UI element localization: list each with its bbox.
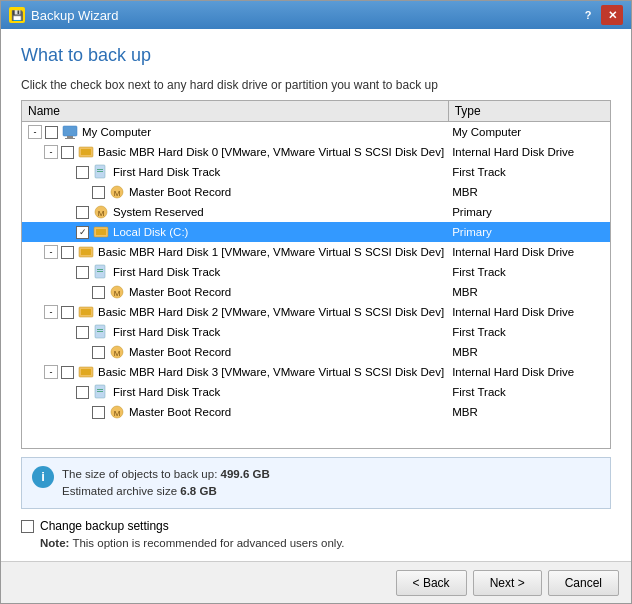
cancel-button[interactable]: Cancel <box>548 570 619 596</box>
type-cell: First Track <box>448 262 610 282</box>
table-row[interactable]: MMaster Boot RecordMBR <box>22 282 610 302</box>
archive-label: Estimated archive size <box>62 485 180 497</box>
table-row[interactable]: Local Disk (C:)Primary <box>22 222 610 242</box>
node-label: First Hard Disk Track <box>113 386 220 398</box>
table-row[interactable]: First Hard Disk TrackFirst Track <box>22 322 610 342</box>
table-row[interactable]: First Hard Disk TrackFirst Track <box>22 262 610 282</box>
node-icon <box>93 224 109 240</box>
table-row[interactable]: MMaster Boot RecordMBR <box>22 402 610 422</box>
node-icon <box>78 364 94 380</box>
app-icon: 💾 <box>9 7 25 23</box>
node-label: Master Boot Record <box>129 186 231 198</box>
row-checkbox[interactable] <box>76 166 89 179</box>
svg-text:M: M <box>98 209 105 218</box>
node-label: First Hard Disk Track <box>113 266 220 278</box>
expand-button[interactable]: - <box>44 245 58 259</box>
name-cell: -Basic MBR Hard Disk 0 [VMware, VMware V… <box>26 144 444 160</box>
table-row[interactable]: -Basic MBR Hard Disk 3 [VMware, VMware V… <box>22 362 610 382</box>
node-icon <box>78 244 94 260</box>
svg-rect-1 <box>67 136 73 138</box>
main-content: What to back up Click the check box next… <box>1 29 631 561</box>
button-bar: < Back Next > Cancel <box>1 561 631 603</box>
type-cell: MBR <box>448 342 610 362</box>
table-row[interactable]: -Basic MBR Hard Disk 1 [VMware, VMware V… <box>22 242 610 262</box>
type-cell: First Track <box>448 162 610 182</box>
row-checkbox[interactable] <box>61 146 74 159</box>
expand-button[interactable]: - <box>28 125 42 139</box>
row-checkbox[interactable] <box>92 406 105 419</box>
table-row[interactable]: MMaster Boot RecordMBR <box>22 182 610 202</box>
info-text: The size of objects to back up: 499.6 GB… <box>62 466 270 501</box>
close-button[interactable]: ✕ <box>601 5 623 25</box>
settings-checkbox-label: Change backup settings <box>40 519 169 533</box>
row-checkbox[interactable] <box>92 186 105 199</box>
tree-header: Name Type <box>22 101 610 122</box>
svg-rect-2 <box>65 138 75 139</box>
name-cell: -Basic MBR Hard Disk 1 [VMware, VMware V… <box>26 244 444 260</box>
row-checkbox[interactable] <box>61 306 74 319</box>
node-label: Basic MBR Hard Disk 3 [VMware, VMware Vi… <box>98 366 444 378</box>
row-checkbox[interactable] <box>76 226 89 239</box>
svg-rect-25 <box>97 331 103 332</box>
row-checkbox[interactable] <box>76 326 89 339</box>
table-row[interactable]: MSystem ReservedPrimary <box>22 202 610 222</box>
col-type: Type <box>448 101 610 122</box>
main-window: 💾 Backup Wizard ? ✕ What to back up Clic… <box>0 0 632 604</box>
row-checkbox[interactable] <box>45 126 58 139</box>
name-cell: -Basic MBR Hard Disk 3 [VMware, VMware V… <box>26 364 444 380</box>
type-cell: Primary <box>448 202 610 222</box>
svg-text:M: M <box>114 409 121 418</box>
type-cell: MBR <box>448 182 610 202</box>
back-button[interactable]: < Back <box>396 570 467 596</box>
name-cell: -My Computer <box>26 124 444 140</box>
backup-settings: Change backup settings Note: This option… <box>21 519 611 549</box>
row-checkbox[interactable] <box>92 286 105 299</box>
row-checkbox[interactable] <box>61 366 74 379</box>
col-name: Name <box>22 101 448 122</box>
row-checkbox[interactable] <box>92 346 105 359</box>
node-label: My Computer <box>82 126 151 138</box>
expand-button[interactable]: - <box>44 305 58 319</box>
name-cell: MMaster Boot Record <box>26 404 444 420</box>
tree-table: Name Type -My ComputerMy Computer-Basic … <box>22 101 610 422</box>
table-row[interactable]: -My ComputerMy Computer <box>22 122 610 143</box>
name-cell: MMaster Boot Record <box>26 184 444 200</box>
expand-button[interactable]: - <box>44 145 58 159</box>
archive-value: 6.8 GB <box>180 485 216 497</box>
type-cell: First Track <box>448 382 610 402</box>
table-row[interactable]: -Basic MBR Hard Disk 0 [VMware, VMware V… <box>22 142 610 162</box>
expand-button[interactable]: - <box>44 365 58 379</box>
row-checkbox[interactable] <box>76 266 89 279</box>
name-cell: First Hard Disk Track <box>26 324 444 340</box>
settings-label[interactable]: Change backup settings <box>21 519 169 533</box>
row-checkbox[interactable] <box>76 206 89 219</box>
svg-rect-22 <box>81 309 91 315</box>
tree-container[interactable]: Name Type -My ComputerMy Computer-Basic … <box>21 100 611 449</box>
type-cell: MBR <box>448 402 610 422</box>
node-icon <box>62 124 78 140</box>
next-button[interactable]: Next > <box>473 570 542 596</box>
type-cell: MBR <box>448 282 610 302</box>
row-checkbox[interactable] <box>76 386 89 399</box>
node-icon: M <box>109 184 125 200</box>
svg-rect-0 <box>63 126 77 136</box>
settings-checkbox[interactable] <box>21 520 34 533</box>
size-label: The size of objects to back up: <box>62 468 221 480</box>
node-label: Master Boot Record <box>129 406 231 418</box>
row-checkbox[interactable] <box>61 246 74 259</box>
info-icon: i <box>32 466 54 488</box>
node-icon: M <box>109 284 125 300</box>
svg-rect-15 <box>81 249 91 255</box>
table-row[interactable]: First Hard Disk TrackFirst Track <box>22 382 610 402</box>
table-row[interactable]: -Basic MBR Hard Disk 2 [VMware, VMware V… <box>22 302 610 322</box>
table-row[interactable]: First Hard Disk TrackFirst Track <box>22 162 610 182</box>
name-cell: First Hard Disk Track <box>26 384 444 400</box>
node-icon <box>78 304 94 320</box>
help-button[interactable]: ? <box>577 5 599 25</box>
type-cell: Internal Hard Disk Drive <box>448 142 610 162</box>
window-title: Backup Wizard <box>31 8 118 23</box>
table-row[interactable]: MMaster Boot RecordMBR <box>22 342 610 362</box>
name-cell: First Hard Disk Track <box>26 164 444 180</box>
name-cell: MMaster Boot Record <box>26 344 444 360</box>
note-content: This option is recommended for advanced … <box>72 537 344 549</box>
